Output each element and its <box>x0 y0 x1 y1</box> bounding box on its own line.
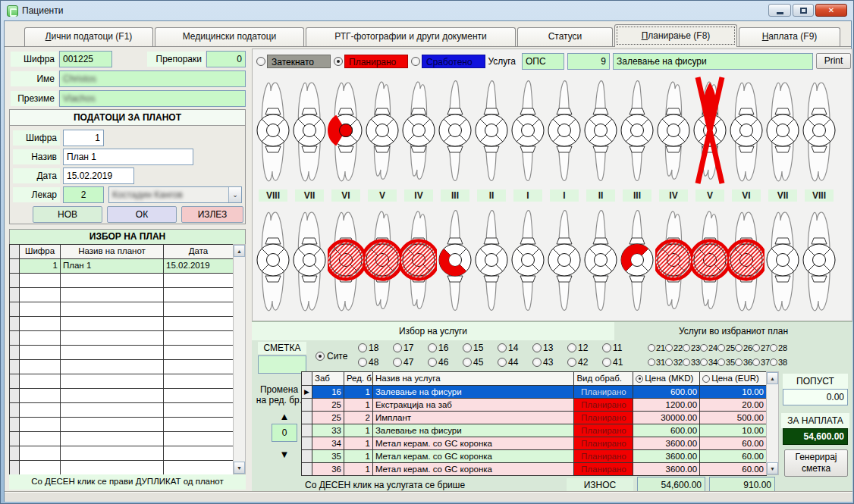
reorder-up-icon[interactable]: ▲ <box>272 412 297 421</box>
tooth-radio-27[interactable] <box>752 344 760 352</box>
tooth-radio-41[interactable] <box>602 358 611 367</box>
tooth-radio-45[interactable] <box>463 358 472 367</box>
upper-tooth-9[interactable] <box>546 74 582 187</box>
title-bar[interactable]: Пациенти ✕ <box>1 1 853 20</box>
tooth-filter-27[interactable]: 27 <box>752 340 770 355</box>
status-option-planned[interactable]: Планирано <box>334 55 408 68</box>
scroll-down-icon[interactable]: ▼ <box>234 462 245 474</box>
maximize-button[interactable] <box>793 4 814 17</box>
lower-tooth-13[interactable] <box>692 203 728 317</box>
service-name-field[interactable]: Залевање на фисури <box>613 53 813 70</box>
tooth-filter-22[interactable]: 22 <box>665 340 683 355</box>
tooth-radio-16[interactable] <box>428 343 437 352</box>
tooth-filter-36[interactable]: 36 <box>735 355 752 369</box>
tooth-filter-15[interactable]: 15 <box>463 340 498 355</box>
doctor-combobox[interactable]: Костадин Кангов ⌄ <box>108 186 242 203</box>
lower-tooth-9[interactable] <box>546 203 582 317</box>
tooth-filter-37[interactable]: 37 <box>752 355 770 369</box>
plan-row[interactable] <box>10 274 234 288</box>
plan-row[interactable] <box>10 331 234 346</box>
tooth-filter-26[interactable]: 26 <box>735 340 752 355</box>
upper-tooth-3[interactable] <box>328 74 364 187</box>
tooth-radio-48[interactable] <box>358 358 367 367</box>
tooth-radio-33[interactable] <box>683 358 690 366</box>
tooth-radio-43[interactable] <box>532 358 542 367</box>
tooth-filter-14[interactable]: 14 <box>498 340 532 355</box>
tooth-filter-38[interactable]: 38 <box>770 355 787 369</box>
tooth-filter-43[interactable]: 43 <box>532 355 567 369</box>
lower-tooth-5[interactable] <box>400 203 437 317</box>
plan-row[interactable] <box>10 461 234 475</box>
new-plan-button[interactable]: НОВ <box>33 206 102 223</box>
tab-select-services[interactable]: Избор на услуги <box>252 322 614 340</box>
plan-list-scrollbar[interactable]: ▲ ▼ <box>233 244 246 474</box>
tab-plan-services[interactable]: Услуги во избраниот план <box>614 322 852 340</box>
plan-row[interactable]: 1План 115.02.2019 <box>10 259 234 274</box>
tooth-radio-47[interactable] <box>393 358 402 367</box>
tooth-radio-12[interactable] <box>567 343 576 352</box>
all-teeth-radio[interactable] <box>316 352 325 361</box>
tooth-filter-41[interactable]: 41 <box>602 355 637 369</box>
upper-tooth-13[interactable] <box>692 74 728 187</box>
tab-personal-data[interactable]: Лични податоци (F1) <box>24 27 153 46</box>
tooth-filter-all[interactable]: Сите <box>316 351 347 362</box>
tooth-radio-42[interactable] <box>567 358 576 367</box>
tooth-radio-38[interactable] <box>770 358 777 366</box>
last-name-field[interactable]: Vlachos <box>59 90 246 107</box>
tooth-radio-13[interactable] <box>532 343 542 352</box>
plan-row[interactable] <box>10 288 234 302</box>
plan-row[interactable] <box>10 360 234 374</box>
tab-payment[interactable]: Наплата (F9) <box>739 27 840 46</box>
lower-tooth-10[interactable] <box>582 203 619 317</box>
tooth-radio-34[interactable] <box>700 358 708 366</box>
tooth-radio-15[interactable] <box>463 343 472 352</box>
plan-date-field[interactable]: 15.02.2019 <box>63 167 134 184</box>
tooth-radio-21[interactable] <box>648 344 655 352</box>
scroll-up-icon[interactable]: ▲ <box>234 245 245 257</box>
lower-tooth-16[interactable] <box>801 203 837 317</box>
lower-tooth-11[interactable] <box>619 203 655 317</box>
service-row[interactable]: 252ИмплантПланирано30000.00500.00 <box>302 412 767 424</box>
upper-tooth-6[interactable] <box>437 74 473 187</box>
tooth-filter-47[interactable]: 47 <box>393 355 428 369</box>
plan-row[interactable] <box>10 302 234 317</box>
service-row[interactable]: 351Метал керам. со GC коронкаПланирано36… <box>302 450 767 463</box>
reorder-down-icon[interactable]: ▼ <box>272 449 297 459</box>
status-radio-done[interactable] <box>411 57 420 66</box>
plan-name-field[interactable]: План 1 <box>63 149 193 165</box>
plan-row[interactable] <box>10 317 234 331</box>
service-row[interactable]: 251Екстракција на забПланирано1200.0020.… <box>302 399 767 412</box>
lower-tooth-2[interactable] <box>291 203 328 317</box>
tooth-radio-25[interactable] <box>717 344 725 352</box>
doctor-dropdown-icon[interactable]: ⌄ <box>228 187 241 202</box>
tooth-filter-25[interactable]: 25 <box>717 340 735 355</box>
doctor-code-field[interactable]: 2 <box>63 186 104 203</box>
upper-tooth-1[interactable] <box>255 74 291 187</box>
tooth-radio-26[interactable] <box>735 344 743 352</box>
upper-tooth-2[interactable] <box>291 74 328 187</box>
tooth-radio-31[interactable] <box>648 358 655 366</box>
status-option-done[interactable]: Сработено <box>411 55 485 68</box>
account-field[interactable] <box>258 355 306 374</box>
close-button[interactable]: ✕ <box>815 4 847 17</box>
lower-tooth-8[interactable] <box>510 203 546 317</box>
tooth-filter-17[interactable]: 17 <box>393 340 428 355</box>
col-price-eur[interactable]: Цена (EUR) <box>700 372 767 386</box>
tooth-filter-21[interactable]: 21 <box>648 340 665 355</box>
tooth-filter-16[interactable]: 16 <box>428 340 463 355</box>
service-row[interactable]: 361Метал керам. со GC коронкаПланирано36… <box>302 463 767 476</box>
tooth-filter-45[interactable]: 45 <box>463 355 498 369</box>
tooth-filter-13[interactable]: 13 <box>532 340 567 355</box>
discount-field[interactable]: 0.00 <box>783 389 848 405</box>
plan-row[interactable] <box>10 432 234 446</box>
tooth-radio-46[interactable] <box>428 358 437 367</box>
upper-tooth-4[interactable] <box>364 74 400 187</box>
tooth-radio-37[interactable] <box>752 358 760 366</box>
tooth-radio-24[interactable] <box>700 344 708 352</box>
upper-tooth-10[interactable] <box>582 74 619 187</box>
lower-tooth-7[interactable] <box>473 203 510 317</box>
service-row[interactable]: 341Метал керам. со GC коронкаПланирано36… <box>302 437 767 450</box>
upper-tooth-7[interactable] <box>473 74 510 187</box>
tab-xray-documents[interactable]: РТГ-фотографии и други документи <box>306 27 516 46</box>
col-price-mkd[interactable]: Цена (MKD) <box>633 372 700 386</box>
